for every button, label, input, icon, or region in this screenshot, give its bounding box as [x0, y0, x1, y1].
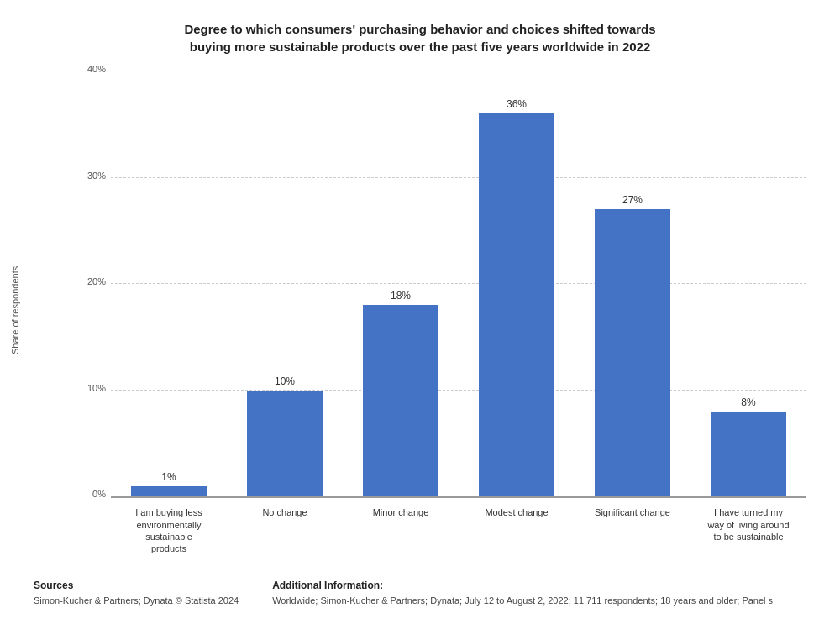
footer: Sources Simon-Kucher & Partners; Dynata …	[34, 569, 806, 607]
grid-and-bars: 40%30%20%10%0%1%10%18%36%27%8%	[60, 71, 806, 496]
footer-sources-heading: Sources	[34, 579, 239, 591]
grid-label: 0%	[66, 489, 106, 499]
x-labels: I am buying lessenvironmentallysustainab…	[111, 503, 806, 554]
grid-label: 30%	[66, 170, 106, 181]
bar	[711, 412, 786, 496]
footer-sources: Sources Simon-Kucher & Partners; Dynata …	[34, 579, 239, 607]
y-axis-label-container: Share of respondents	[34, 71, 57, 555]
bars-container: 1%10%18%36%27%8%	[111, 71, 806, 496]
footer-additional: Additional Information: Worldwide; Simon…	[272, 579, 773, 607]
chart-area: Share of respondents 40%30%20%10%0%1%10%…	[34, 71, 806, 555]
x-axis-line	[111, 496, 806, 498]
x-label: No change	[227, 506, 343, 554]
chart-inner: 40%30%20%10%0%1%10%18%36%27%8% I am buyi…	[60, 71, 806, 555]
bar-group: 27%	[575, 71, 690, 496]
footer-sources-text: Simon-Kucher & Partners; Dynata © Statis…	[34, 595, 239, 607]
bar-value-label: 1%	[161, 471, 176, 483]
grid-label: 20%	[66, 276, 106, 286]
chart-title: Degree to which consumers' purchasing be…	[34, 20, 806, 55]
footer-additional-heading: Additional Information:	[272, 579, 773, 591]
grid-label: 40%	[66, 64, 106, 74]
bar-group: 10%	[227, 71, 343, 496]
x-label: Minor change	[343, 506, 459, 554]
x-label: I have turned myway of living aroundto b…	[690, 506, 806, 554]
bar-value-label: 8%	[741, 396, 755, 408]
x-label: I am buying lessenvironmentallysustainab…	[111, 506, 227, 554]
bar-group: 36%	[459, 71, 575, 496]
grid-label: 10%	[66, 383, 106, 393]
footer-additional-text: Worldwide; Simon-Kucher & Partners; Dyna…	[272, 595, 773, 607]
bar-value-label: 36%	[507, 98, 527, 110]
bar	[479, 113, 554, 497]
bar	[131, 486, 207, 497]
y-axis-label: Share of respondents	[10, 270, 20, 354]
x-label: Modest change	[459, 506, 575, 554]
bar-group: 1%	[111, 71, 227, 496]
x-label: Significant change	[575, 506, 690, 554]
bar-value-label: 18%	[391, 290, 411, 302]
bar	[247, 391, 323, 497]
bar-value-label: 27%	[622, 194, 643, 206]
bar-value-label: 10%	[275, 375, 295, 387]
bar-group: 8%	[690, 71, 806, 496]
bar-group: 18%	[343, 71, 459, 496]
bar	[363, 305, 438, 496]
bar	[595, 209, 670, 497]
